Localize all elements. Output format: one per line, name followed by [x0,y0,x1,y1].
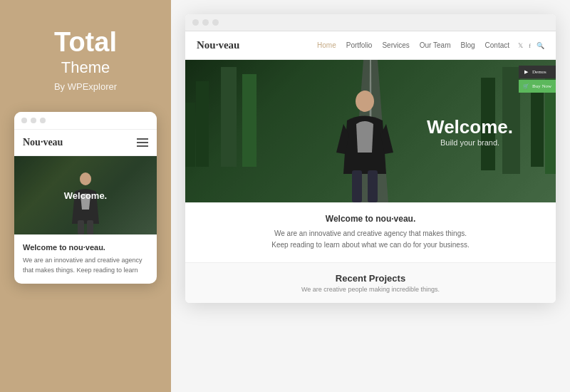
desktop-content-section: Welcome to nou·veau. We are an innovativ… [185,202,556,263]
mobile-dot-3 [40,118,46,123]
desktop-content-line2: Keep reading to learn about what we can … [200,239,542,251]
mobile-welcome-title: Welcome to nou·veau. [23,243,148,252]
desktop-brand: Nou·veau [197,39,239,51]
mobile-hero-person [68,170,103,234]
desktop-nav-icons: 𝕏 f 🔍 [518,42,544,49]
search-icon[interactable]: 🔍 [537,42,544,49]
desktop-hero-text: Welcome. Build your brand. [427,116,513,147]
desktop-hero-subtitle: Build your brand. [427,138,513,147]
svg-rect-3 [196,81,209,167]
desktop-dot-2 [202,19,209,26]
desktop-content-title: Welcome to nou·veau. [200,214,542,224]
buynow-label: Buy Now [532,83,551,89]
svg-point-11 [356,91,374,112]
desktop-nav: Nou·veau Home Portfolio Services Our Tea… [185,31,556,60]
desktop-mockup: Nou·veau Home Portfolio Services Our Tea… [185,14,556,303]
right-panel: Nou·veau Home Portfolio Services Our Tea… [171,0,570,392]
svg-point-0 [80,172,91,185]
desktop-dot-1 [192,19,199,26]
facebook-icon[interactable]: f [529,42,531,49]
theme-author: By WPExplorer [54,81,117,92]
svg-rect-2 [87,220,93,234]
demos-icon: ▶ [523,68,530,76]
svg-rect-6 [242,74,256,167]
desktop-hero-buttons: ▶ Demos 🛒 Buy Now [519,66,556,93]
mobile-hero: Welcome. [14,156,157,234]
nav-link-blog[interactable]: Blog [461,41,475,49]
nav-link-home[interactable]: Home [317,41,336,49]
svg-rect-4 [221,67,237,167]
mobile-brand: Nou·veau [23,137,63,148]
desktop-hero-person [336,88,393,202]
mobile-top-bar [14,112,157,130]
desktop-dot-3 [212,19,219,26]
nav-link-contact[interactable]: Contact [485,41,509,49]
desktop-nav-links: Home Portfolio Services Our Team Blog Co… [317,41,509,49]
svg-rect-9 [531,88,544,167]
mobile-welcome-text: We are an innovative and creative agency… [23,256,148,275]
cart-icon: 🛒 [523,83,530,90]
desktop-hero: Welcome. Build your brand. ▶ Demos 🛒 Buy… [185,60,556,202]
theme-title: Total [54,29,117,56]
buynow-button[interactable]: 🛒 Buy Now [519,80,556,93]
mobile-dot-1 [21,118,27,123]
desktop-projects-section: Recent Projects We are creative people m… [185,263,556,303]
mobile-dot-2 [31,118,36,123]
svg-rect-5 [185,103,195,167]
hamburger-icon [137,138,148,147]
theme-subtitle: Theme [61,58,110,77]
demos-label: Demos [532,69,546,75]
desktop-projects-subtitle: We are creative people making incredible… [200,286,542,293]
desktop-projects-title: Recent Projects [200,273,542,284]
nav-link-services[interactable]: Services [382,41,409,49]
desktop-content-line1: We are an innovative and creative agency… [200,228,542,239]
demos-button[interactable]: ▶ Demos [519,66,556,78]
nav-link-portfolio[interactable]: Portfolio [346,41,373,49]
desktop-top-bar [185,14,556,31]
mobile-hero-text: Welcome. [64,190,107,201]
svg-rect-13 [368,170,378,202]
mobile-content: Welcome to nou·veau. We are an innovativ… [14,234,157,284]
svg-rect-12 [352,170,362,202]
twitter-icon[interactable]: 𝕏 [518,42,523,49]
nav-link-ourteam[interactable]: Our Team [420,41,451,49]
left-panel: Total Theme By WPExplorer Nou·veau [0,0,171,392]
svg-rect-1 [78,220,84,234]
mobile-nav: Nou·veau [14,130,157,156]
desktop-hero-welcome: Welcome. [427,116,513,138]
mobile-mockup: Nou·veau [14,112,157,284]
